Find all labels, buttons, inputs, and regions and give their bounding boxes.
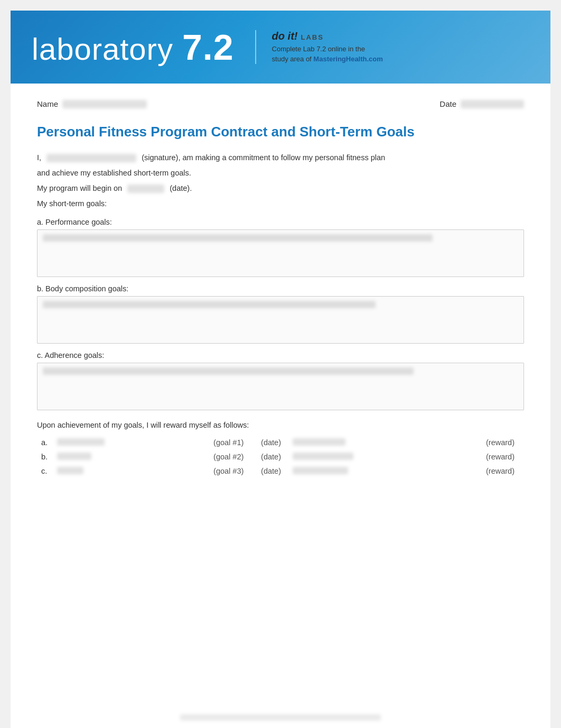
reward-date-label-a: (date) <box>257 436 288 450</box>
rewards-intro: Upon achievement of my goals, I will rew… <box>37 421 524 429</box>
contract-line1: I, (signature), am making a commitment t… <box>37 152 524 164</box>
contract-suffix: (signature), am making a commitment to f… <box>142 153 385 162</box>
header: laboratory 7.2 do it! LABS Complete Lab … <box>11 11 550 84</box>
reward-val-c-blurred <box>293 467 348 474</box>
desc-line1: Complete Lab 7.2 online in the <box>272 45 365 53</box>
rewards-section: Upon achievement of my goals, I will rew… <box>37 421 524 478</box>
name-value[interactable] <box>62 100 147 108</box>
reward-label-a: (reward) <box>482 436 524 450</box>
name-date-row: Name Date <box>37 99 524 108</box>
site-name: MasteringHealth.com <box>313 55 382 63</box>
page: laboratory 7.2 do it! LABS Complete Lab … <box>11 11 550 728</box>
header-description: Complete Lab 7.2 online in the study are… <box>272 44 383 63</box>
reward-letter-a: a. <box>37 436 53 450</box>
reward-goal-label-a: (goal #1) <box>209 436 257 450</box>
reward-letter-b: b. <box>37 450 53 464</box>
reward-goal-val-c[interactable] <box>53 464 209 478</box>
reward-row-a: a. (goal #1) (date) (reward) <box>37 436 524 450</box>
contract-prefix: I, <box>37 153 41 162</box>
reward-val-a-blurred <box>293 438 345 446</box>
program-begin-prefix: My program will begin on <box>37 184 122 192</box>
goal-b-content <box>43 301 376 308</box>
lab-title: laboratory 7.2 <box>32 26 234 68</box>
footer <box>11 713 550 723</box>
name-label: Name <box>37 99 58 108</box>
labs-label: LABS <box>301 33 323 41</box>
footer-text <box>180 714 381 721</box>
lab-word: laboratory <box>32 32 173 66</box>
goal-b-textbox[interactable] <box>37 296 524 344</box>
reward-reward-val-a[interactable] <box>288 436 482 450</box>
reward-goal-a-blurred <box>57 438 105 446</box>
reward-goal-label-c: (goal #3) <box>209 464 257 478</box>
reward-goal-val-b[interactable] <box>53 450 209 464</box>
reward-goal-val-a[interactable] <box>53 436 209 450</box>
contract-line2: and achieve my established short-term go… <box>37 167 524 179</box>
goal-a-content <box>43 234 433 242</box>
reward-row-c: c. (goal #3) (date) (reward) <box>37 464 524 478</box>
page-title: Personal Fitness Program Contract and Sh… <box>37 123 524 141</box>
reward-val-b-blurred <box>293 453 353 460</box>
reward-row-b: b. (goal #2) (date) (reward) <box>37 450 524 464</box>
date-label: Date <box>440 99 456 108</box>
reward-goal-b-blurred <box>57 453 91 460</box>
rewards-table: a. (goal #1) (date) (reward) b. (goal #2… <box>37 436 524 478</box>
reward-letter-c: c. <box>37 464 53 478</box>
lab-number: 7.2 <box>182 27 234 67</box>
reward-reward-val-b[interactable] <box>288 450 482 464</box>
program-begin-suffix: (date). <box>170 184 192 192</box>
goal-a-textbox[interactable] <box>37 229 524 277</box>
reward-goal-c-blurred <box>57 467 83 474</box>
begin-date-field[interactable] <box>127 185 164 193</box>
reward-date-label-b: (date) <box>257 450 288 464</box>
header-right: do it! LABS Complete Lab 7.2 online in t… <box>255 30 383 63</box>
desc-line2: study area of <box>272 55 314 63</box>
content: Name Date Personal Fitness Program Contr… <box>11 84 550 500</box>
goal-a-label: a. Performance goals: <box>37 218 524 226</box>
signature-field[interactable] <box>46 154 136 162</box>
goal-c-textbox[interactable] <box>37 363 524 410</box>
date-value[interactable] <box>461 100 524 108</box>
short-term-goals-label: My short-term goals: <box>37 198 524 210</box>
goal-c-content <box>43 367 414 375</box>
reward-date-label-c: (date) <box>257 464 288 478</box>
reward-goal-label-b: (goal #2) <box>209 450 257 464</box>
do-it-label: do it! <box>272 30 298 42</box>
goal-b-label: b. Body composition goals: <box>37 284 524 293</box>
reward-reward-val-c[interactable] <box>288 464 482 478</box>
contract-line3: My program will begin on (date). <box>37 182 524 195</box>
goal-c-label: c. Adherence goals: <box>37 351 524 360</box>
do-it-line: do it! LABS <box>272 30 383 42</box>
reward-label-c: (reward) <box>482 464 524 478</box>
reward-label-b: (reward) <box>482 450 524 464</box>
